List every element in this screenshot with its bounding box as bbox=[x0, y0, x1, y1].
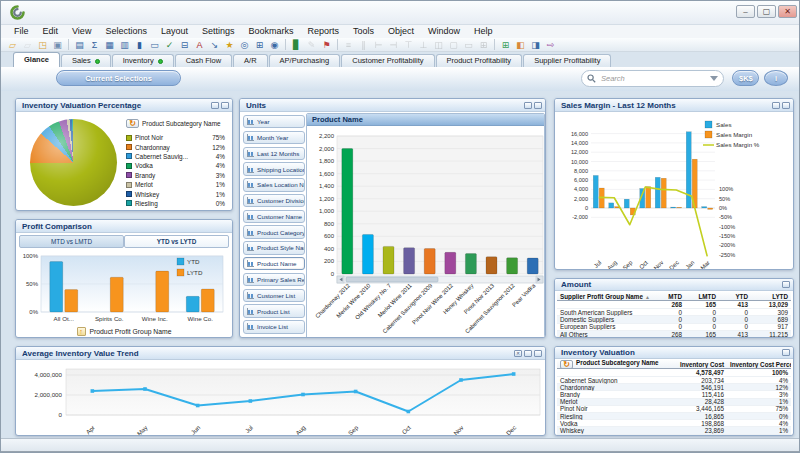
menu-bookmarks[interactable]: Bookmarks bbox=[241, 25, 300, 38]
search-box[interactable] bbox=[581, 70, 724, 87]
bar-honey-whiskey[interactable] bbox=[465, 254, 476, 274]
minimize-icon[interactable] bbox=[782, 102, 790, 109]
multi-box-icon[interactable]: ▦ bbox=[103, 39, 116, 51]
legend-item[interactable]: Vodka4% bbox=[126, 161, 230, 170]
field-button-product-name[interactable]: Product Name bbox=[243, 257, 305, 270]
tab-ap-purchasing[interactable]: AP/Purchasing bbox=[269, 54, 341, 67]
field-button-invoice-list[interactable]: Invoice List bbox=[243, 320, 305, 333]
table-header-row[interactable]: ↻Product Subcategory Name▲Inventory Cost… bbox=[557, 360, 791, 369]
profit-comparison-chart[interactable]: 100%50%0%YTDLYTDAll Ot...Spirits Co.Wine… bbox=[17, 250, 231, 330]
table-row[interactable]: All Others26816541311,215 bbox=[557, 331, 791, 338]
bar-old-whiskey-no-7[interactable] bbox=[383, 246, 394, 274]
panel-titlebar[interactable]: Profit Comparison bbox=[16, 220, 232, 233]
panel-titlebar[interactable]: Inventory Valuation bbox=[555, 347, 793, 359]
legend-item[interactable]: Brandy3% bbox=[126, 171, 230, 180]
bar-lytd-1[interactable] bbox=[110, 277, 123, 312]
menu-layout[interactable]: Layout bbox=[154, 25, 195, 38]
minimize-icon[interactable] bbox=[534, 350, 542, 357]
menu-tools[interactable]: Tools bbox=[346, 25, 381, 38]
button-object-icon[interactable]: ▭ bbox=[148, 39, 161, 51]
menu-selections[interactable]: Selections bbox=[98, 25, 154, 38]
legend-item[interactable]: Merlot1% bbox=[126, 180, 230, 189]
list-box-icon[interactable]: ▤ bbox=[73, 39, 86, 51]
current-selections-box-icon[interactable]: ◉ bbox=[268, 39, 281, 51]
currency-toggle-button[interactable]: $K$ bbox=[732, 70, 759, 86]
tab-inventory[interactable]: Inventory bbox=[112, 54, 174, 67]
field-button-product-category-name[interactable]: Product Category Name bbox=[243, 225, 305, 238]
table-row[interactable]: Whiskey23,8691% bbox=[557, 427, 791, 434]
legend-item[interactable]: Riesling0% bbox=[126, 199, 230, 208]
field-button-last-12-months[interactable]: Last 12 Months bbox=[243, 147, 305, 160]
panel-titlebar[interactable]: Sales Margin - Last 12 Months bbox=[555, 99, 793, 112]
menu-settings[interactable]: Settings bbox=[195, 25, 242, 38]
add-sheet-icon[interactable]: ⊞ bbox=[499, 39, 512, 51]
bookmark-icon[interactable]: ★ bbox=[223, 39, 236, 51]
promote-sheet-icon[interactable]: ◧ bbox=[514, 39, 527, 51]
bar-merlot-wine-2010[interactable] bbox=[362, 234, 373, 274]
field-button-customer-name[interactable]: Customer Name bbox=[243, 210, 305, 223]
bar-sales-margin-nov[interactable] bbox=[661, 178, 666, 208]
h-scrollbar-thumb[interactable] bbox=[346, 277, 438, 282]
field-button-product-list[interactable]: Product List bbox=[243, 304, 305, 317]
table-box-icon[interactable]: ▥ bbox=[118, 39, 131, 51]
bar-ytd-3[interactable] bbox=[186, 296, 199, 312]
field-button-year[interactable]: Year bbox=[243, 115, 305, 128]
window-maximize-button[interactable]: ▢ bbox=[757, 5, 776, 18]
tab-cash-flow[interactable]: Cash Flow bbox=[175, 54, 232, 67]
field-button-sales-location-name[interactable]: Sales Location Name bbox=[243, 178, 305, 191]
pin-icon[interactable]: ⚑ bbox=[320, 39, 333, 51]
drill-up-icon[interactable]: ↑ bbox=[77, 327, 86, 336]
bar-sales-margin-mar[interactable] bbox=[708, 208, 713, 209]
bar-pear-vodka[interactable] bbox=[527, 258, 538, 274]
bar-sales-margin-oct[interactable] bbox=[646, 187, 651, 208]
drill-group[interactable]: ↑ Product Profit Group Name bbox=[16, 327, 232, 336]
average-inventory-line-chart[interactable]: 4,000,0002,000,0000AprMayJunJulAugSepOct… bbox=[16, 361, 545, 436]
new-document-icon[interactable]: ▱ bbox=[6, 39, 19, 51]
chart-icon[interactable]: ▮ bbox=[133, 39, 146, 51]
info-button[interactable]: i bbox=[764, 70, 788, 86]
field-button-product-style-name[interactable]: Product Style Name bbox=[243, 241, 305, 254]
search-input[interactable] bbox=[599, 73, 707, 84]
quick-chart-wizard-icon[interactable]: ▊ bbox=[290, 39, 303, 51]
bar-lytd-2[interactable] bbox=[156, 271, 169, 312]
text-object-icon[interactable]: A bbox=[193, 39, 206, 51]
cycle-group-icon[interactable]: ↻ bbox=[560, 360, 573, 369]
panel-titlebar[interactable]: Units bbox=[240, 99, 545, 112]
demote-sheet-icon[interactable]: ◨ bbox=[529, 39, 542, 51]
slider-icon[interactable]: ⊟ bbox=[178, 39, 191, 51]
legend-item[interactable]: Pinot Noir75% bbox=[126, 133, 230, 142]
menu-help[interactable]: Help bbox=[467, 25, 500, 38]
bar-sales-aug[interactable] bbox=[609, 203, 614, 208]
restore-icon[interactable] bbox=[524, 350, 532, 357]
export-icon[interactable]: ⇨ bbox=[544, 39, 557, 51]
tab-supplier-profitability[interactable]: Supplier Profitability bbox=[523, 54, 611, 67]
panel-titlebar[interactable]: Inventory Valuation Percentage bbox=[16, 99, 232, 112]
field-button-shipping-location-name[interactable]: Shipping Location Name bbox=[243, 162, 305, 175]
window-close-button[interactable]: ✕ bbox=[778, 5, 797, 18]
sales-margin-combo-chart[interactable]: 16,00014,00012,00010,0008,0006,0004,0002… bbox=[555, 113, 793, 270]
save-icon[interactable]: ▣ bbox=[51, 39, 64, 51]
bar-cabernet-sauvignon-2009[interactable] bbox=[424, 249, 435, 274]
field-button-primary-sales-rep-id[interactable]: Primary Sales Rep ID bbox=[243, 273, 305, 286]
menu-window[interactable]: Window bbox=[421, 25, 467, 38]
bar-merlot-wine-2011[interactable] bbox=[404, 248, 415, 274]
minimize-icon[interactable] bbox=[782, 281, 790, 288]
menu-reports[interactable]: Reports bbox=[301, 25, 347, 38]
bar-sales-jul[interactable] bbox=[593, 175, 598, 208]
minimize-icon[interactable] bbox=[782, 349, 790, 356]
bar-ytd-0[interactable] bbox=[50, 262, 63, 312]
container-icon[interactable]: ⊞ bbox=[253, 39, 266, 51]
tab-sales[interactable]: Sales bbox=[61, 54, 111, 67]
bar-pinot-noir-wine-2012[interactable] bbox=[445, 252, 456, 274]
restore-icon[interactable] bbox=[524, 102, 532, 109]
tab-customer-profitability[interactable]: Customer Profitability bbox=[341, 54, 434, 67]
product-name-bar-chart[interactable]: 2,2002,0001,8001,6001,4001,2001,00080060… bbox=[307, 126, 544, 338]
inventory-pie-chart[interactable] bbox=[30, 119, 117, 206]
bar-cabernet-sauvignon-2012[interactable] bbox=[507, 258, 518, 274]
bar-sales-sep[interactable] bbox=[624, 199, 629, 208]
line-arrow-icon[interactable]: ↘ bbox=[208, 39, 221, 51]
tab-a-r[interactable]: A/R bbox=[233, 54, 268, 67]
search-object-icon[interactable]: ◎ bbox=[238, 39, 251, 51]
statistics-box-icon[interactable]: Σ bbox=[88, 39, 101, 51]
legend-item[interactable]: Whiskey1% bbox=[126, 189, 230, 198]
